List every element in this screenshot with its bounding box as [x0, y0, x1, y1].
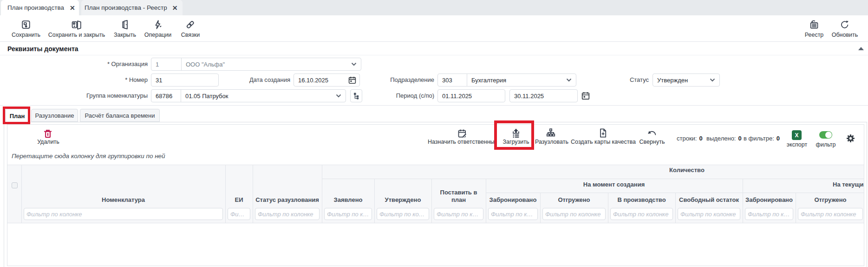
column-filter-7[interactable] — [542, 208, 606, 220]
export-label[interactable]: экспорт — [787, 141, 807, 148]
links-button[interactable]: Связки — [181, 18, 200, 40]
close-label: Закрыть — [114, 32, 136, 38]
nomenclature-group-name: 01.05 Патрубок — [181, 93, 336, 100]
column-group-on-create: На момент создания — [583, 181, 645, 188]
tab-raschet-balansa[interactable]: Расчёт баланса времени — [80, 109, 160, 122]
registry-button[interactable]: Реестр — [805, 18, 824, 40]
assign-responsible-button[interactable] — [457, 128, 468, 139]
period-to-input[interactable] — [510, 90, 577, 102]
filter-toggle-label[interactable]: фильтр — [816, 141, 836, 148]
status-select[interactable]: Утвержден — [653, 73, 720, 87]
collapse-button[interactable] — [647, 129, 657, 138]
column-caption-8[interactable]: В производство — [608, 193, 675, 207]
operations-button[interactable]: Операции — [144, 18, 171, 40]
delete-button[interactable] — [43, 129, 53, 139]
nomenclature-group-label: Группа номенклатуры — [55, 92, 148, 100]
column-filter-2[interactable] — [255, 208, 320, 220]
column-filter-6[interactable] — [488, 208, 538, 220]
select-all-checkbox[interactable] — [12, 182, 18, 188]
number-field[interactable] — [151, 73, 219, 87]
column-caption-5[interactable]: Поставить в план — [431, 179, 486, 207]
save-and-close-button[interactable]: Сохранить и закрыть — [48, 18, 105, 40]
column-filter-9[interactable] — [678, 208, 740, 220]
column-caption-1[interactable]: ЕИ — [225, 165, 253, 207]
organization-select[interactable]: 1 ООО "Альфа" — [151, 58, 361, 71]
doc-tab-plan-proizvodstva[interactable]: План производства ✕ — [1, 0, 79, 15]
gear-icon[interactable] — [846, 134, 855, 143]
column-filter-0[interactable] — [24, 208, 223, 220]
rows-counter-label: строки: — [677, 135, 697, 142]
chevron-down-icon[interactable] — [351, 62, 357, 66]
links-label: Связки — [181, 32, 200, 38]
calendar-icon[interactable] — [348, 76, 356, 84]
column-separator — [675, 193, 676, 223]
grid-header-border — [7, 165, 864, 165]
tree-view-button[interactable] — [350, 89, 362, 102]
number-label: * Номер — [55, 76, 148, 85]
annotation-box-plan-tab — [3, 107, 30, 124]
refresh-icon — [840, 19, 850, 30]
collapse-section-icon[interactable] — [858, 47, 864, 50]
period-calendar-icon[interactable] — [581, 92, 590, 100]
column-filter-8[interactable] — [610, 208, 673, 220]
save-button[interactable]: Сохранить — [12, 18, 40, 40]
period-from-input[interactable] — [438, 90, 505, 102]
column-caption-2[interactable]: Статус разузлования — [253, 165, 322, 207]
column-separator — [374, 179, 375, 223]
chevron-down-icon[interactable] — [566, 78, 572, 82]
top-toolbar: Сохранить Сохранить и закрыть — [0, 15, 868, 41]
creation-date-input[interactable] — [294, 74, 348, 86]
column-caption-0[interactable]: Номенклатура — [21, 165, 225, 207]
chevron-down-icon[interactable] — [710, 78, 715, 82]
annotation-box-upload — [494, 120, 534, 150]
tab-razuzlovanie[interactable]: Разузлование — [31, 109, 78, 122]
chevron-down-icon[interactable] — [336, 94, 341, 98]
create-quality-cards-label[interactable]: Создать карты качества — [571, 139, 636, 145]
close-icon[interactable]: ✕ — [172, 5, 178, 11]
save-label: Сохранить — [12, 32, 40, 38]
refresh-button[interactable]: Обновить — [832, 18, 858, 40]
number-input[interactable] — [151, 74, 218, 86]
organization-name: ООО "Альфа" — [182, 61, 351, 68]
column-filter-1[interactable] — [228, 208, 250, 220]
filter-toggle[interactable] — [819, 131, 832, 139]
column-separator — [743, 179, 743, 223]
organization-code: 1 — [151, 58, 182, 70]
column-filter-11[interactable] — [798, 208, 863, 220]
create-quality-cards-button[interactable] — [598, 128, 608, 138]
explode-label[interactable]: Разузловать — [535, 139, 568, 145]
doc-tab-title: План производства - Реестр — [85, 4, 167, 11]
selected-counter: выделено:0 — [706, 135, 742, 142]
close-icon[interactable]: ✕ — [70, 5, 75, 11]
creation-date-field[interactable] — [294, 73, 360, 87]
column-filter-3[interactable] — [324, 208, 372, 220]
panel-border — [867, 122, 867, 267]
document-tabbar: План производства ✕ План производства - … — [0, 0, 868, 15]
column-separator — [540, 193, 541, 223]
collapse-label[interactable]: Свернуть — [640, 139, 665, 145]
column-filter-5[interactable] — [434, 208, 483, 220]
column-caption-7[interactable]: Отгружено — [540, 193, 608, 207]
column-caption-3[interactable]: Заявлено — [322, 179, 374, 207]
assign-responsible-label[interactable]: Назначить ответственных — [428, 139, 496, 145]
grid-header-border — [322, 179, 864, 179]
column-caption-10[interactable]: Забронировано — [743, 193, 796, 207]
nomenclature-group-select[interactable]: 68786 01.05 Патрубок — [151, 89, 346, 102]
doc-tab-plan-proizvodstva-reestr[interactable]: План производства - Реестр ✕ — [81, 0, 183, 15]
period-to-field[interactable] — [509, 89, 578, 102]
door-close-icon — [120, 19, 130, 30]
department-select[interactable]: 303 Бухгалтерия — [437, 73, 576, 87]
explode-button[interactable] — [546, 128, 556, 138]
period-from-field[interactable] — [437, 89, 505, 102]
column-filter-10[interactable] — [745, 208, 793, 220]
column-caption-6[interactable]: Забронировано — [486, 193, 540, 207]
column-filter-4[interactable] — [377, 208, 429, 220]
nomenclature-group-code: 68786 — [151, 90, 181, 102]
data-grid: Удалить Назначить ответственных Загрузит… — [7, 124, 864, 266]
excel-export-icon[interactable]: X — [792, 130, 802, 140]
close-button[interactable]: Закрыть — [114, 18, 136, 40]
column-caption-4[interactable]: Утверждено — [374, 179, 431, 207]
delete-label[interactable]: Удалить — [37, 139, 59, 145]
column-caption-9[interactable]: Свободный остаток — [675, 193, 743, 207]
column-caption-11[interactable]: Отгружено — [796, 193, 864, 207]
